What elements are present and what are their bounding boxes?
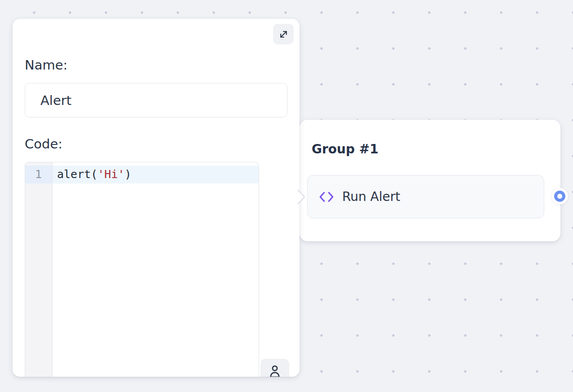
code-area[interactable]: alert('Hi') — [53, 162, 259, 377]
node-label: Run Alert — [342, 189, 400, 204]
code-editor[interactable]: 1 alert('Hi') — [25, 162, 259, 377]
group-title: Group #1 — [312, 142, 379, 157]
person-icon — [268, 364, 282, 377]
code-line: alert('Hi') — [53, 166, 259, 183]
code-brackets-icon — [318, 190, 335, 204]
user-button[interactable] — [260, 359, 289, 377]
flow-canvas[interactable]: Name: Code: 1 alert('Hi') Group #1 — [0, 0, 573, 392]
name-label: Name: — [25, 57, 67, 73]
node-editor-panel: Name: Code: 1 alert('Hi') — [13, 19, 300, 377]
line-number: 1 — [25, 166, 52, 183]
node-output-handle[interactable] — [551, 188, 568, 205]
node-input-handle[interactable] — [296, 188, 306, 205]
code-token-string: 'Hi' — [97, 168, 124, 181]
group-card[interactable]: Group #1 Run Alert — [300, 120, 560, 241]
line-number-gutter: 1 — [25, 162, 53, 377]
code-label: Code: — [25, 136, 62, 152]
name-input[interactable] — [25, 83, 287, 118]
expand-icon — [278, 29, 289, 39]
code-token-plain: alert( — [57, 168, 97, 181]
code-token-plain: ) — [125, 168, 132, 181]
expand-button[interactable] — [273, 24, 294, 44]
run-alert-node[interactable]: Run Alert — [307, 175, 544, 218]
handle-ring — [554, 191, 565, 202]
